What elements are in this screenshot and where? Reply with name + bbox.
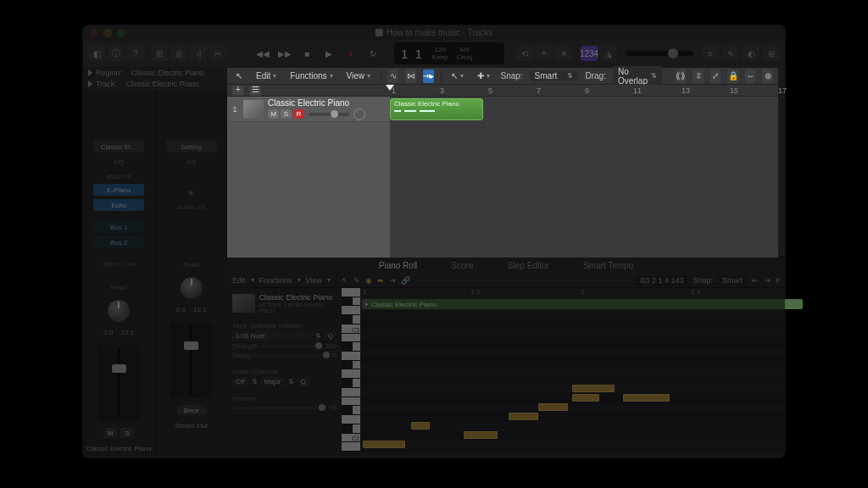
snap-select[interactable]: Smart: [718, 275, 747, 286]
instrument-icon[interactable]: [243, 100, 264, 119]
quick-help-button[interactable]: ?: [127, 46, 144, 61]
snap-select[interactable]: Smart⇅: [530, 70, 579, 81]
close-icon[interactable]: [90, 29, 98, 37]
midi-note[interactable]: [572, 394, 599, 402]
piano-roll-ruler[interactable]: 1 1.3 2 2.3: [360, 288, 785, 298]
arrange-area[interactable]: Classic Electric Piano: [390, 97, 778, 258]
piano-key[interactable]: [342, 424, 360, 434]
piano-key[interactable]: [342, 334, 360, 343]
region-inspector-header[interactable]: Region: Classic Electric Piano: [83, 67, 227, 79]
minimize-icon[interactable]: [103, 29, 112, 37]
browser-button[interactable]: ⊞: [763, 46, 780, 61]
send-slot-2[interactable]: Bus 2: [93, 236, 144, 248]
midi-region[interactable]: Classic Electric Piano: [390, 98, 483, 120]
rewind-button[interactable]: ◀◀: [255, 47, 270, 60]
scale-q-button[interactable]: Q: [298, 377, 309, 386]
notepad-button[interactable]: ✎: [722, 46, 739, 61]
loops-button[interactable]: ◐: [743, 46, 760, 61]
metronome-button[interactable]: ◮: [600, 46, 617, 61]
compare-button[interactable]: ◉: [166, 186, 217, 198]
brush-tool-icon[interactable]: ◉: [365, 276, 372, 285]
pencil-tool-icon[interactable]: ✎: [353, 276, 360, 285]
view-menu[interactable]: View▾: [343, 70, 375, 81]
bar-ruler[interactable]: 1357911131517: [390, 85, 778, 96]
piano-roll-grid[interactable]: 1 1.3 2 2.3 ▸Classic Electric Piano: [360, 288, 785, 452]
piano-key[interactable]: [342, 406, 360, 415]
stop-button[interactable]: ■: [299, 47, 314, 60]
forward-button[interactable]: ▶▶: [277, 47, 292, 60]
piano-key[interactable]: [342, 361, 360, 370]
midi-note[interactable]: [623, 394, 670, 402]
catch-icon[interactable]: ⇥: [389, 276, 396, 285]
record-enable-button[interactable]: R: [293, 109, 304, 119]
piano-key[interactable]: [342, 306, 360, 315]
piano-key[interactable]: [342, 288, 360, 297]
piano-key[interactable]: [342, 369, 360, 379]
replace-button[interactable]: ⟲: [516, 46, 533, 61]
track-volume-slider[interactable]: [309, 113, 349, 116]
bounce-button[interactable]: Bnce: [177, 405, 206, 415]
flex-icon[interactable]: ⋈: [405, 69, 416, 83]
link-icon[interactable]: 🔗: [401, 276, 410, 285]
piano-key[interactable]: [342, 415, 360, 424]
disclosure-triangle-icon[interactable]: [88, 69, 92, 76]
time-signature[interactable]: 4/4: [459, 46, 469, 53]
swing-slider[interactable]: [254, 354, 330, 357]
play-button[interactable]: ▶: [321, 47, 337, 60]
piano-key[interactable]: [342, 397, 360, 407]
mute-button[interactable]: M: [268, 109, 279, 119]
scale-type-select[interactable]: Major: [261, 377, 285, 386]
smart-controls-button[interactable]: ◎: [170, 46, 187, 61]
audiofx-slot[interactable]: Echo: [93, 199, 144, 211]
list-editors-button[interactable]: ≡: [702, 46, 719, 61]
automation-mode[interactable]: Read: [166, 258, 217, 270]
hzoom-lock-icon[interactable]: 🔒: [727, 69, 738, 83]
edit-menu[interactable]: Edit▾: [253, 70, 280, 81]
key-signature[interactable]: Cmaj: [457, 53, 473, 61]
scale-root-select[interactable]: Off: [232, 377, 248, 386]
grid-toggle-icon[interactable]: #: [776, 276, 780, 285]
midi-in-icon[interactable]: ⬌: [377, 276, 384, 285]
mixer-button[interactable]: ⢾: [190, 46, 207, 61]
piano-key[interactable]: [342, 379, 360, 388]
playhead-position[interactable]: 1 1: [401, 47, 424, 61]
midi-note[interactable]: [572, 385, 615, 392]
send-slot-1[interactable]: Bus 1: [93, 221, 144, 233]
vzoom-icon[interactable]: ⇳: [693, 69, 704, 83]
pan-knob[interactable]: [108, 300, 130, 322]
count-in-button[interactable]: 1234: [581, 46, 598, 61]
pan-knob[interactable]: [181, 277, 203, 299]
time-quantize-select[interactable]: 1/16 Note: [232, 331, 312, 341]
instrument-slot[interactable]: E-Piano: [93, 184, 144, 196]
region-header[interactable]: ▸Classic Electric Piano: [362, 299, 803, 309]
track-inspector-header[interactable]: Track: Classic Electric Piano: [83, 79, 227, 91]
zoom-h-icon[interactable]: ⇤: [752, 276, 759, 285]
editors-button[interactable]: ✂: [209, 46, 226, 61]
piano-key[interactable]: [342, 388, 360, 397]
volume-fader[interactable]: [97, 345, 140, 421]
catch-playhead-icon[interactable]: ⇥▸: [423, 69, 434, 83]
midi-note[interactable]: [538, 403, 568, 411]
cmd-click-tool[interactable]: ✚▾: [474, 70, 493, 81]
drag-select[interactable]: No Overlap⇅: [613, 66, 662, 86]
hzoom-icon[interactable]: ⊕: [762, 69, 773, 83]
zoom-h2-icon[interactable]: ⇥: [764, 276, 771, 285]
mute-button[interactable]: M: [103, 428, 117, 438]
inspector-button[interactable]: ⓘ: [108, 46, 125, 61]
midi-note[interactable]: [363, 441, 405, 448]
setting-slot[interactable]: Setting: [166, 141, 217, 152]
record-button[interactable]: ●: [343, 47, 359, 60]
vzoom-auto-icon[interactable]: ⤢: [710, 69, 721, 83]
piano-keyboard[interactable]: C3C2: [342, 288, 360, 452]
zoom-fit-icon[interactable]: ↔: [745, 69, 756, 83]
edit-menu[interactable]: Edit: [232, 276, 246, 285]
zoom-icon[interactable]: [117, 29, 125, 37]
velocity-slider[interactable]: [232, 407, 326, 409]
midi-note[interactable]: [464, 431, 498, 439]
pointer-tool-icon[interactable]: ↖: [342, 276, 348, 285]
automation-mode[interactable]: Read: [93, 281, 144, 293]
tuner-button[interactable]: ⌖: [536, 46, 553, 61]
functions-menu[interactable]: Functions: [259, 276, 292, 285]
eq-slot[interactable]: EQ: [93, 156, 144, 168]
tempo-value[interactable]: 120: [435, 46, 446, 53]
